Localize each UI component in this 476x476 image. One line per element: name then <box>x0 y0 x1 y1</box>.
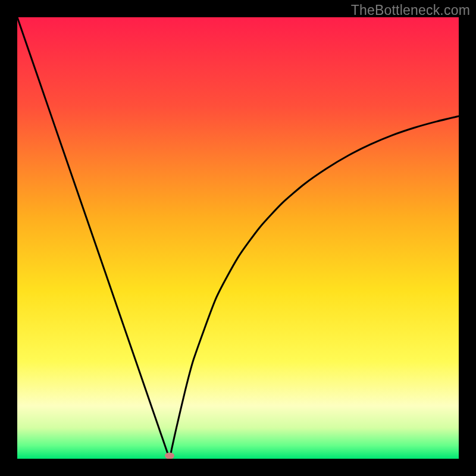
gradient-background <box>17 17 459 459</box>
plot-area <box>17 17 459 459</box>
chart-frame: TheBottleneck.com <box>0 0 476 476</box>
chart-svg <box>17 17 459 459</box>
minimum-marker-icon <box>165 453 174 459</box>
watermark: TheBottleneck.com <box>351 2 470 18</box>
